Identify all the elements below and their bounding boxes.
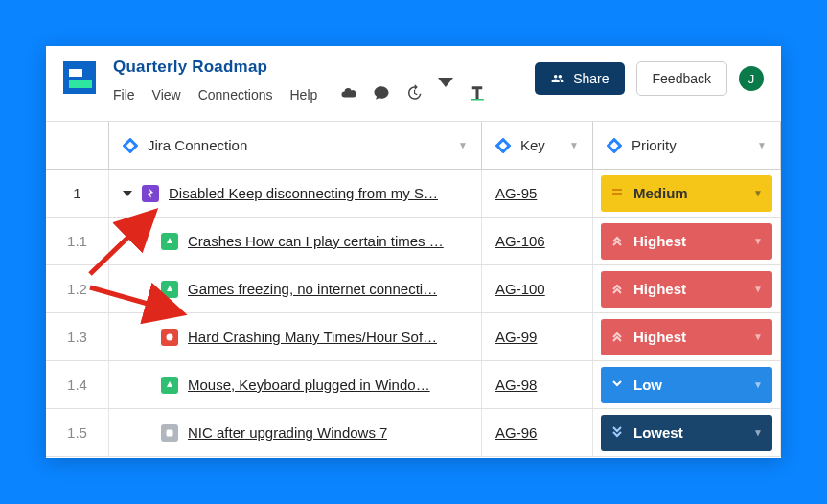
key-cell[interactable]: AG-96 [482,409,593,456]
menubar: File View Connections Help [113,84,535,104]
priority-badge[interactable]: Low▼ [601,367,772,403]
table-row: 1.2Games freezing, no internet connecti…… [46,265,781,313]
priority-icon [610,377,624,393]
svg-rect-7 [167,429,173,436]
expand-caret-icon[interactable] [123,191,132,196]
summary-cell[interactable]: Disabled Keep disconnecting from my S… [109,170,482,217]
row-number: 1.3 [46,313,109,360]
table-row: 1.1Crashes How can I play certain times … [46,218,781,265]
priority-cell: Highest▼ [593,265,781,312]
issue-summary[interactable]: Mouse, Keyboard plugged in Windo… [188,377,430,393]
table-row: 1.5NIC after upgrading Windows 7AG-96Low… [46,409,781,457]
priority-label: Highest [633,281,686,297]
summary-cell[interactable]: Crashes How can I play certain times … [109,218,482,264]
chevron-down-icon[interactable]: ▼ [757,140,767,150]
menu-help[interactable]: Help [289,87,317,103]
priority-cell: Highest▼ [593,218,781,264]
people-icon [550,72,565,85]
epic-type-icon [142,185,159,202]
chevron-down-icon[interactable]: ▼ [753,332,763,342]
share-button[interactable]: Share [535,62,624,95]
bug-type-icon [161,329,178,346]
cloud-icon[interactable] [340,84,357,104]
priority-icon [610,329,624,345]
column-header-rownum [46,122,109,169]
key-cell[interactable]: AG-98 [482,361,593,408]
key-cell[interactable]: AG-106 [482,218,593,264]
jira-diamond-icon [495,138,511,153]
priority-icon [610,233,624,249]
menu-file[interactable]: File [113,87,135,103]
priority-icon [610,281,624,297]
priority-label: Highest [633,233,686,249]
priority-cell: Low▼ [593,361,781,408]
task-type-icon [161,424,178,442]
row-number: 1 [46,170,109,217]
priority-badge[interactable]: Highest▼ [601,319,772,355]
priority-badge[interactable]: Highest▼ [601,223,772,260]
issue-key: AG-96 [495,424,537,441]
table-row: 1.3Hard Crashing Many Times/Hour Sof…AG-… [46,313,781,361]
issue-key: AG-95 [495,185,537,201]
chevron-down-icon[interactable]: ▼ [458,140,468,150]
priority-cell: Highest▼ [593,313,781,360]
chevron-down-icon[interactable]: ▼ [753,427,763,438]
table-row: 1.4Mouse, Keyboard plugged in Windo…AG-9… [46,361,781,409]
priority-label: Highest [633,329,686,345]
priority-icon [610,424,624,441]
issue-key: AG-98 [495,377,537,393]
priority-badge[interactable]: Lowest▼ [601,415,772,451]
filter-icon[interactable] [438,87,453,103]
issue-key: AG-100 [495,281,545,297]
row-number: 1.5 [46,409,109,456]
chevron-down-icon[interactable]: ▼ [753,188,763,198]
column-header-key[interactable]: Key ▼ [482,122,593,169]
key-cell[interactable]: AG-100 [482,265,593,312]
column-header-title[interactable]: Jira Connection ▼ [109,122,482,169]
comment-icon[interactable] [373,84,390,104]
column-header-priority[interactable]: Priority ▼ [593,122,781,169]
priority-badge[interactable]: Highest▼ [601,271,772,308]
row-number: 1.4 [46,361,109,408]
issue-summary[interactable]: NIC after upgrading Windows 7 [188,424,387,441]
issue-summary[interactable]: Disabled Keep disconnecting from my S… [169,185,438,201]
column-header-row: Jira Connection ▼ Key ▼ Priority ▼ [46,122,781,170]
summary-cell[interactable]: Hard Crashing Many Times/Hour Sof… [109,313,482,360]
story-type-icon [161,233,178,250]
chevron-down-icon[interactable]: ▼ [753,284,763,294]
key-cell[interactable]: AG-99 [482,313,593,360]
menu-connections[interactable]: Connections [198,87,273,103]
issue-summary[interactable]: Games freezing, no internet connecti… [188,281,437,297]
priority-cell: Medium▼ [593,170,781,217]
format-icon[interactable] [469,84,486,104]
priority-icon [610,185,624,201]
summary-cell[interactable]: Games freezing, no internet connecti… [109,265,482,312]
history-icon[interactable] [405,84,423,104]
jira-diamond-icon [123,138,138,153]
priority-cell: Lowest▼ [593,409,781,456]
issue-summary[interactable]: Crashes How can I play certain times … [188,233,444,249]
summary-cell[interactable]: Mouse, Keyboard plugged in Windo… [109,361,482,408]
app-logo [63,61,96,94]
key-cell[interactable]: AG-95 [482,170,593,217]
story-type-icon [161,281,178,298]
priority-badge[interactable]: Medium▼ [601,175,772,212]
priority-label: Lowest [633,424,683,441]
top-bar: Quarterly Roadmap File View Connections … [46,46,781,122]
issue-summary[interactable]: Hard Crashing Many Times/Hour Sof… [188,329,437,345]
doc-title[interactable]: Quarterly Roadmap [113,57,535,77]
issue-key: AG-106 [495,233,545,249]
issue-key: AG-99 [495,329,537,345]
chevron-down-icon[interactable]: ▼ [753,379,763,390]
svg-point-6 [167,333,173,340]
feedback-button[interactable]: Feedback [636,61,727,96]
chevron-down-icon[interactable]: ▼ [753,236,763,246]
priority-label: Medium [633,185,688,201]
story-type-icon [161,377,178,394]
chevron-down-icon[interactable]: ▼ [569,140,579,150]
row-number: 1.2 [46,265,109,312]
avatar[interactable]: J [739,66,764,91]
summary-cell[interactable]: NIC after upgrading Windows 7 [109,409,482,456]
row-number: 1.1 [46,218,109,264]
menu-view[interactable]: View [152,87,181,103]
